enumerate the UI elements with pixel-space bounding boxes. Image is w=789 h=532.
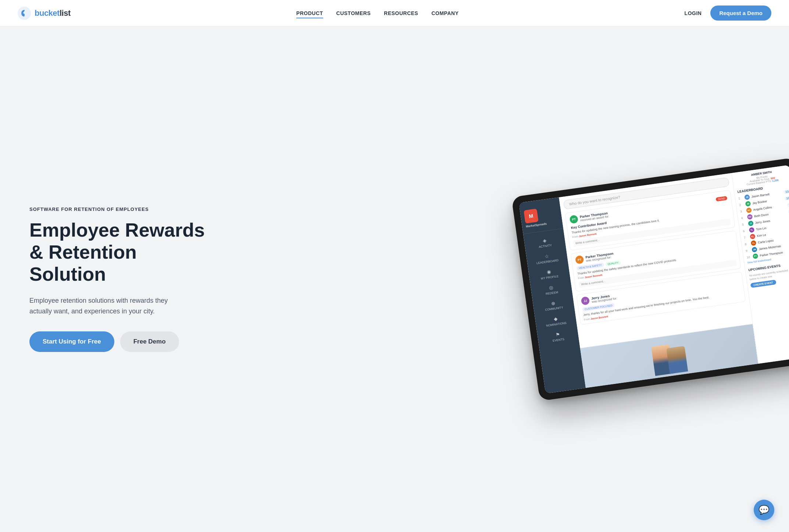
app-main: Who do you want to recognize? PT Parker … bbox=[559, 173, 758, 388]
avatar-parker: PT bbox=[569, 215, 578, 224]
nav-item-resources[interactable]: RESOURCES bbox=[384, 10, 418, 17]
tablet-mockup: M MarketSpreads ◈ ACTIVITY ☆ LEADERBOARD… bbox=[511, 157, 789, 401]
nav-item-product[interactable]: PRODUCT bbox=[296, 10, 323, 17]
lb-avatar-5: JJ bbox=[748, 220, 754, 226]
nav-item-company[interactable]: COMPANY bbox=[431, 10, 458, 17]
nav-item-customers[interactable]: CUSTOMERS bbox=[336, 10, 371, 17]
hero-content: SOFTWARE FOR RETENTION OF EMPLOYEES Empl… bbox=[0, 206, 206, 352]
hero-title: Employee Rewards & Retention Solution bbox=[29, 219, 206, 285]
logo-icon bbox=[18, 7, 31, 20]
hero-eyebrow: SOFTWARE FOR RETENTION OF EMPLOYEES bbox=[29, 206, 206, 212]
avatar-parker2: PT bbox=[575, 255, 584, 265]
lb-avatar-10: PT bbox=[753, 253, 758, 259]
app-logo-area: M MarketSpreads bbox=[520, 202, 563, 234]
request-demo-button[interactable]: Request a Demo bbox=[710, 6, 771, 21]
tablet-screen: M MarketSpreads ◈ ACTIVITY ☆ LEADERBOARD… bbox=[519, 165, 789, 393]
nav-links: PRODUCT CUSTOMERS RESOURCES COMPANY bbox=[296, 10, 459, 17]
chat-icon: 💬 bbox=[758, 505, 770, 515]
lb-avatar-6: TL bbox=[749, 227, 755, 233]
free-demo-button[interactable]: Free Demo bbox=[120, 331, 179, 352]
hero-buttons: Start Using for Free Free Demo bbox=[29, 331, 206, 352]
lb-avatar-8: CL bbox=[751, 240, 757, 246]
app-feed: Who do you want to recognize? PT Parker … bbox=[559, 173, 753, 348]
lb-avatar-2: JB bbox=[745, 201, 751, 207]
leaderboard-panel: LEADERBOARD 1 JB Jason Barnett 13 2 JB J… bbox=[737, 183, 789, 264]
start-free-button[interactable]: Start Using for Free bbox=[29, 331, 114, 352]
svg-point-0 bbox=[18, 7, 31, 20]
navbar: bucketlist PRODUCT CUSTOMERS RESOURCES C… bbox=[0, 0, 789, 26]
create-event-button[interactable]: CREATE EVENT bbox=[750, 280, 776, 288]
avatar-jerry: JJ bbox=[581, 296, 590, 306]
app-logo-badge: M bbox=[524, 209, 539, 224]
lb-avatar-4: BD bbox=[747, 214, 753, 220]
login-link[interactable]: LOGIN bbox=[685, 10, 702, 16]
chat-widget[interactable]: 💬 bbox=[754, 500, 774, 520]
logo-text: bucketlist bbox=[35, 8, 71, 18]
hero-section: SOFTWARE FOR RETENTION OF EMPLOYEES Empl… bbox=[0, 26, 789, 532]
hero-description: Employee retention solutions with reward… bbox=[29, 295, 191, 317]
lb-avatar-9: JM bbox=[751, 247, 757, 252]
logo[interactable]: bucketlist bbox=[18, 7, 71, 20]
hero-visual: M MarketSpreads ◈ ACTIVITY ☆ LEADERBOARD… bbox=[511, 157, 789, 401]
nav-right: LOGIN Request a Demo bbox=[685, 6, 771, 21]
lb-avatar-7: KL bbox=[750, 234, 756, 240]
lb-avatar-3: AC bbox=[746, 208, 752, 213]
lb-avatar-1: JB bbox=[744, 194, 750, 200]
video-person-2 bbox=[666, 346, 688, 374]
upcoming-events-panel: UPCOMING EVENTS No events are currently … bbox=[748, 261, 789, 288]
